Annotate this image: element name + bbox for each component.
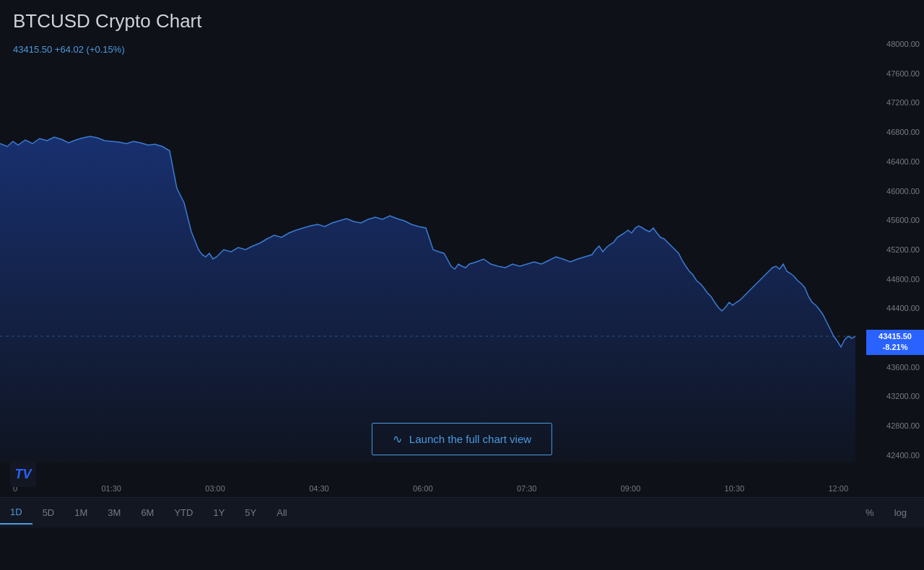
price-change-pct: (+0.15%) (87, 44, 125, 55)
x-label-8: 12:00 (828, 484, 848, 493)
x-label-4: 06:00 (413, 484, 433, 493)
y-label-6: 45600.00 (859, 216, 920, 224)
y-label-11: 43600.00 (859, 363, 920, 372)
x-label-7: 10:30 (725, 484, 745, 493)
y-label-7: 45200.00 (859, 245, 920, 254)
y-label-1: 47600.00 (859, 69, 920, 78)
time-btn-6m[interactable]: 6M (131, 501, 164, 524)
y-axis: 48000.00 47600.00 47200.00 46800.00 4640… (859, 37, 924, 462)
time-btn-ytd[interactable]: YTD (164, 501, 203, 524)
chart-type-controls: % log (855, 501, 924, 524)
y-label-12: 43200.00 (859, 392, 920, 400)
y-label-9: 44400.00 (859, 304, 920, 312)
time-selector-bar: 1D 5D 1M 3M 6M YTD 1Y 5Y All % log (0, 497, 924, 527)
time-btn-5d[interactable]: 5D (32, 501, 65, 524)
log-toggle[interactable]: log (884, 501, 917, 524)
y-label-5: 46000.00 (859, 187, 920, 196)
y-label-0: 48000.00 (859, 40, 920, 48)
y-label-3: 46800.00 (859, 128, 920, 136)
current-price-badge: 43415.50 -8.21% (866, 330, 924, 355)
launch-label: Launch the full chart view (409, 433, 531, 445)
chart-container: 43415.50 +64.02 (+0.15%) 48000.00 47600.… (0, 37, 924, 527)
time-btn-3m[interactable]: 3M (97, 501, 131, 524)
time-btn-5y[interactable]: 5Y (235, 501, 266, 524)
x-label-1: 01:30 (101, 484, 121, 493)
y-label-13: 42800.00 (859, 421, 920, 430)
time-btn-1d[interactable]: 1D (0, 501, 32, 525)
launch-full-chart-button[interactable]: ∿ Launch the full chart view (372, 423, 552, 455)
tv-icon: TV (14, 467, 31, 482)
x-label-5: 07:30 (517, 484, 537, 493)
x-label-2: 03:00 (205, 484, 225, 493)
tradingview-logo: TV (10, 461, 36, 487)
launch-icon: ∿ (393, 432, 402, 446)
price-info: 43415.50 +64.02 (+0.15%) (13, 44, 125, 55)
price-change: +64.02 (55, 44, 84, 55)
price-chart (0, 37, 855, 462)
y-label-2: 47200.00 (859, 98, 920, 107)
badge-price: 43415.50 (870, 331, 920, 342)
y-label-4: 46400.00 (859, 157, 920, 166)
badge-change: -8.21% (870, 342, 920, 353)
x-label-6: 09:00 (621, 484, 641, 493)
time-btn-1m[interactable]: 1M (64, 501, 97, 524)
percent-toggle[interactable]: % (855, 501, 884, 524)
x-axis: 0 01:30 03:00 04:30 06:00 07:30 09:00 10… (0, 484, 855, 493)
page-title: BTCUSD Crypto Chart (0, 0, 924, 37)
time-btn-all[interactable]: All (266, 501, 297, 524)
current-price: 43415.50 (13, 44, 52, 55)
y-label-8: 44800.00 (859, 275, 920, 284)
time-btn-1y[interactable]: 1Y (203, 501, 235, 524)
x-label-3: 04:30 (309, 484, 329, 493)
y-label-14: 42400.00 (859, 451, 920, 460)
